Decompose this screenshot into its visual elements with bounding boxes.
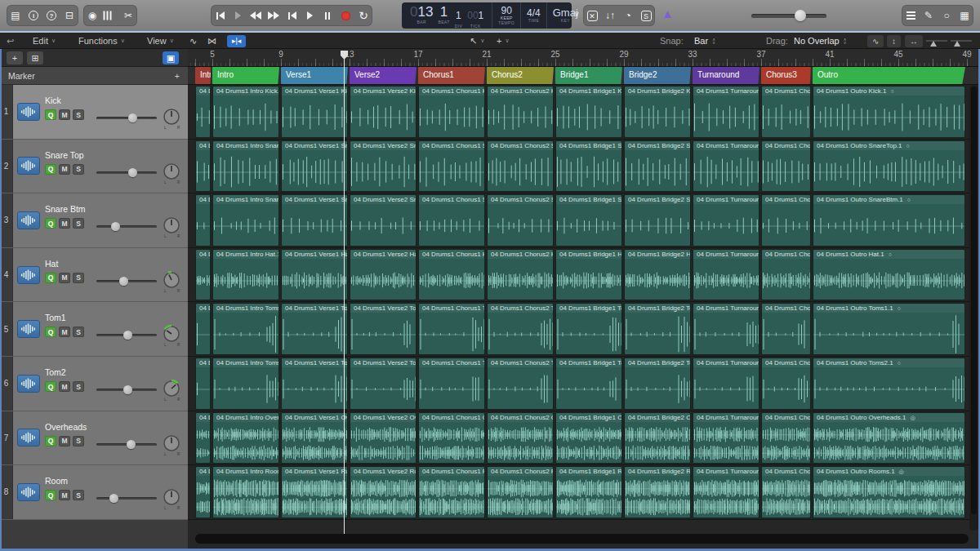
marker-verse2[interactable]: Verse2 — [350, 67, 416, 84]
region[interactable]: 04 Drums1 Chorus1 Toms1.1 — [418, 303, 485, 355]
mixer-button[interactable] — [101, 5, 119, 26]
region[interactable]: 04 Drums1 Chorus3 Rooms.1 — [761, 466, 811, 518]
menu-functions[interactable]: Functions∨ — [78, 33, 125, 49]
track-header-tom1[interactable]: 5Tom1QMS L R — [0, 302, 188, 357]
vertical-zoom-slider-thumb[interactable] — [930, 38, 937, 47]
waveform-zoom-button[interactable]: ∿ — [867, 33, 884, 49]
menu-edit[interactable]: Edit∨ — [33, 33, 56, 49]
play-button[interactable] — [301, 5, 318, 26]
region[interactable]: 04 D — [195, 194, 211, 247]
region[interactable]: 04 D — [195, 140, 211, 193]
solo-button[interactable]: S — [73, 490, 84, 500]
region[interactable]: 04 D — [195, 466, 211, 518]
go-to-beginning-button[interactable] — [211, 5, 229, 26]
solo-button[interactable]: S — [73, 381, 84, 392]
region[interactable]: 04 Drums1 Verse2 Overheads.1 — [350, 412, 416, 464]
region[interactable]: 04 Drums1 Chorus2 SnareBtm.1 — [487, 194, 554, 247]
snap-select[interactable]: Bar∧∨ — [694, 33, 715, 49]
pan-knob[interactable]: L R — [161, 323, 182, 348]
region[interactable]: 04 Drums1 Bridge2 SnareBtm.1 — [624, 194, 691, 247]
region[interactable]: 04 Drums1 Bridge2 Overheads.1 — [624, 412, 691, 464]
solo-button[interactable]: S — [73, 109, 84, 120]
volume-slider-thumb[interactable] — [123, 385, 132, 394]
region[interactable]: 04 Drums1 Verse2 Hat.1 — [350, 249, 416, 301]
region[interactable]: 04 Drums1 Bridge2 Toms2.1 — [624, 358, 691, 410]
region[interactable]: 04 Drums1 Bridge1 SnareBtm.1 — [555, 194, 622, 247]
cycle-button[interactable]: ↻ — [354, 5, 372, 26]
master-volume-slider[interactable] — [751, 11, 826, 20]
region[interactable]: 04 Drums1 Bridge1 Hat.1 — [555, 249, 622, 301]
region[interactable]: 04 Drums1 Chorus1 SnareTop.1 — [418, 140, 485, 193]
solo-button[interactable]: S — [73, 327, 84, 337]
quantize-button[interactable]: Q — [45, 381, 56, 392]
region[interactable]: 04 Drums1 Verse1 Overheads.1 — [281, 412, 348, 464]
volume-slider-thumb[interactable] — [123, 331, 132, 340]
pan-knob[interactable]: L R — [161, 161, 182, 185]
smart-controls-button[interactable]: ◉ — [83, 5, 101, 26]
volume-slider-thumb[interactable] — [111, 222, 120, 231]
left-click-tool-menu[interactable]: ↖∨ — [470, 33, 484, 49]
region[interactable]: 04 D — [195, 358, 211, 410]
volume-slider-thumb[interactable] — [109, 494, 118, 503]
pause-button[interactable] — [318, 5, 336, 26]
region[interactable]: 04 Drums1 Bridge1 SnareTop.1 — [555, 140, 622, 193]
region[interactable]: 04 Drums1 Intro Rooms.1 — [212, 466, 279, 518]
autopunch-button[interactable]: ✕ — [583, 5, 601, 26]
mute-button[interactable]: M — [59, 436, 70, 447]
drag-select[interactable]: No Overlap∧∨ — [794, 33, 846, 49]
marker-chorus3[interactable]: Chorus3 — [761, 67, 811, 84]
quantize-button[interactable]: Q — [45, 436, 56, 447]
mute-button[interactable]: M — [59, 273, 70, 283]
add-track-button[interactable]: + — [7, 51, 23, 64]
region[interactable]: 04 Drums1 Outro Kick.1○ — [813, 86, 965, 138]
region[interactable]: 04 D — [195, 303, 211, 355]
vertical-scrollbar[interactable] — [969, 85, 978, 531]
region[interactable]: 04 D — [195, 249, 211, 301]
note-pads-button[interactable]: ✎ — [920, 5, 938, 26]
region[interactable]: 04 Drums1 Chorus3 SnareBtm.1 — [761, 194, 811, 247]
mute-button[interactable]: M — [59, 490, 70, 500]
region[interactable]: 04 Drums1 Outro Hat.1○ — [813, 249, 965, 301]
region[interactable]: 04 Drums1 Intro SnareTop.1 — [212, 140, 279, 193]
horizontal-zoom-slider[interactable] — [951, 33, 972, 49]
region[interactable]: 04 Drums1 Verse1 SnareBtm.1 — [281, 194, 348, 247]
region[interactable]: 04 D — [195, 412, 211, 464]
pan-knob[interactable]: L R — [161, 487, 182, 511]
region[interactable]: 04 Drums1 Verse1 Toms2.1 — [281, 358, 348, 410]
solo-button[interactable]: S — [73, 164, 84, 175]
region[interactable]: 04 Drums1 Bridge2 Toms1.1 — [624, 303, 691, 355]
pan-knob[interactable]: L R — [161, 378, 182, 402]
horizontal-auto-zoom-button[interactable]: ↔ — [905, 33, 923, 49]
command-click-tool-menu[interactable]: +∨ — [497, 33, 510, 49]
menu-view[interactable]: View∨ — [147, 33, 174, 49]
add-marker-button[interactable]: + — [175, 71, 180, 81]
duplicate-track-button[interactable]: ⊞ — [27, 51, 43, 64]
pan-knob[interactable]: L R — [161, 106, 182, 131]
volume-slider[interactable] — [96, 492, 157, 504]
region[interactable]: 04 Drums1 Outro Toms2.1○ — [813, 358, 965, 410]
track-header-snare-btm[interactable]: 3Snare BtmQMS L R — [0, 193, 188, 248]
region[interactable]: 04 Drums1 Chorus3 Overheads.1 — [761, 412, 811, 464]
region[interactable]: 04 Drums1 Bridge2 Rooms.1 — [624, 466, 691, 518]
marker-intro[interactable]: Intro — [212, 67, 279, 84]
track-header-hat[interactable]: 4HatQMS L R — [0, 248, 188, 303]
region[interactable]: 04 Drums1 Chorus3 SnareTop.1 — [761, 140, 811, 193]
marker-bridge2[interactable]: Bridge2 — [624, 67, 691, 84]
region[interactable]: 04 Drums1 Verse1 Toms1.1 — [281, 303, 348, 355]
horizontal-zoom-slider-thumb[interactable] — [954, 38, 960, 47]
solo-button[interactable]: S — [73, 273, 84, 283]
track-header-kick[interactable]: 1KickQMS L R — [0, 85, 188, 140]
region[interactable]: 04 D — [195, 86, 211, 138]
region[interactable]: 04 Drums1 Bridge1 Rooms.1 — [555, 466, 622, 518]
editors-button[interactable]: ✂ — [119, 5, 137, 26]
volume-slider-thumb[interactable] — [128, 113, 137, 122]
marker-turnaround[interactable]: Turnaround — [693, 67, 760, 84]
region[interactable]: 04 Drums1 Chorus2 Rooms.1 — [487, 466, 554, 518]
marker-intro[interactable]: Intro — [195, 67, 211, 84]
region[interactable]: 04 Drums1 Turnaround Rooms.1 — [693, 466, 760, 518]
region[interactable]: 04 Drums1 Chorus2 Overheads.1 — [487, 412, 554, 464]
region[interactable]: 04 Drums1 Turnaround SnareBtm.1 — [693, 194, 760, 247]
library-button[interactable]: ▤ — [7, 5, 24, 26]
region[interactable]: 04 Drums1 Chorus3 Hat.1 — [761, 249, 811, 301]
quantize-button[interactable]: Q — [45, 490, 56, 500]
